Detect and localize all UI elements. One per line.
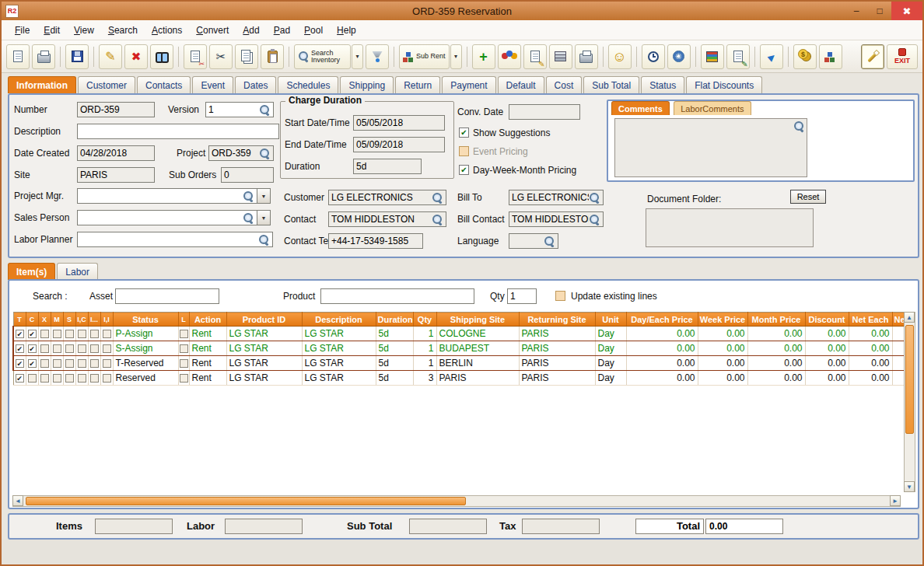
- tab[interactable]: Information: [8, 76, 76, 93]
- money-button[interactable]: $: [793, 44, 817, 69]
- col-header-unit[interactable]: Unit: [595, 313, 626, 327]
- row-checkbox[interactable]: [65, 330, 74, 338]
- row-checkbox[interactable]: [90, 330, 99, 338]
- col-header-duration[interactable]: Duration: [376, 313, 413, 327]
- row-checkbox[interactable]: [40, 344, 49, 353]
- menu-item[interactable]: View: [67, 22, 101, 39]
- labor-planner-field[interactable]: [77, 232, 273, 247]
- menu-item[interactable]: Pool: [297, 22, 330, 39]
- project-mgr-search-icon[interactable]: [243, 190, 254, 202]
- asset-input[interactable]: [115, 288, 219, 304]
- contact-tel-field[interactable]: +44-17-5349-1585: [328, 233, 423, 249]
- grid-row[interactable]: ✔ ✔ T-Reserved Rent LG STAR LG STAR 5: [13, 356, 905, 371]
- col-header-net-each[interactable]: Net Each: [849, 313, 892, 327]
- bill-to-search-icon[interactable]: [589, 192, 600, 204]
- col-header-status[interactable]: Status: [113, 313, 178, 327]
- menu-item[interactable]: Search: [101, 22, 145, 39]
- row-checkbox[interactable]: [78, 374, 86, 383]
- paste-button[interactable]: [261, 44, 284, 69]
- number-field[interactable]: ORD-359: [77, 102, 155, 117]
- document-folder-area[interactable]: [646, 208, 814, 247]
- close-button[interactable]: ✖: [891, 2, 922, 20]
- pool-button[interactable]: [498, 44, 521, 69]
- col-header[interactable]: M: [51, 313, 63, 327]
- comments-textarea[interactable]: [614, 118, 807, 177]
- cut-button[interactable]: ✂: [209, 44, 233, 69]
- update-lines-checkbox[interactable]: [555, 291, 565, 301]
- tab-comments[interactable]: Comments: [611, 101, 670, 115]
- row-checkbox[interactable]: [180, 344, 188, 353]
- sales-person-dropdown[interactable]: ▼: [257, 210, 271, 225]
- menu-item[interactable]: Pad: [267, 22, 297, 39]
- language-field[interactable]: [509, 233, 558, 249]
- print-button[interactable]: [32, 44, 55, 69]
- col-header-qty[interactable]: Qty: [413, 313, 436, 327]
- minimize-button[interactable]: –: [845, 2, 868, 20]
- start-date-field[interactable]: 05/05/2018: [353, 115, 445, 131]
- duration-field[interactable]: 5d: [353, 159, 422, 174]
- menu-item[interactable]: Convert: [189, 22, 236, 39]
- row-checkbox[interactable]: [103, 344, 111, 353]
- col-header[interactable]: X: [38, 313, 51, 327]
- search-inventory-dropdown[interactable]: ▾: [352, 44, 363, 69]
- row-checkbox[interactable]: [53, 330, 61, 338]
- menu-item[interactable]: File: [8, 22, 37, 39]
- row-checkbox[interactable]: [90, 344, 99, 353]
- product-input[interactable]: [320, 288, 474, 304]
- version-field[interactable]: 1: [205, 102, 274, 117]
- smiley-button[interactable]: ☺: [608, 44, 632, 69]
- labor-planner-search-icon[interactable]: [258, 234, 270, 246]
- stack-button[interactable]: [549, 44, 572, 69]
- row-checkbox[interactable]: [40, 374, 49, 383]
- row-checkbox[interactable]: [90, 374, 99, 383]
- row-checkbox[interactable]: [78, 359, 86, 368]
- bill-contact-search-icon[interactable]: [589, 214, 600, 225]
- col-header-action[interactable]: Action: [189, 313, 226, 327]
- row-checkbox[interactable]: [28, 374, 37, 383]
- row-checkbox[interactable]: [65, 359, 74, 368]
- row-checkbox[interactable]: ✔: [28, 330, 37, 338]
- row-checkbox[interactable]: [65, 374, 74, 383]
- grid-row[interactable]: ✔ ✔ P-Assign Rent LG STAR LG STAR 5d: [13, 327, 905, 341]
- new-order-button[interactable]: [6, 44, 30, 69]
- row-checkbox[interactable]: ✔: [16, 330, 24, 338]
- sales-person-search-icon[interactable]: [243, 212, 254, 224]
- row-checkbox[interactable]: [180, 359, 188, 368]
- row-checkbox[interactable]: [180, 330, 188, 338]
- tab[interactable]: Status: [641, 76, 684, 93]
- tab[interactable]: Dates: [235, 76, 276, 93]
- col-header[interactable]: L: [178, 313, 189, 327]
- tab[interactable]: Cost: [546, 76, 583, 93]
- cut-order-button[interactable]: ✂: [184, 44, 207, 69]
- dwm-pricing-checkbox[interactable]: ✔: [459, 165, 469, 175]
- col-header[interactable]: S: [63, 313, 75, 327]
- menu-item[interactable]: Actions: [145, 22, 189, 39]
- scroll-up-button[interactable]: ▲: [904, 312, 915, 323]
- vertical-scroll-thumb[interactable]: [905, 325, 914, 434]
- col-header-week-price[interactable]: Week Price: [698, 313, 747, 327]
- books-button[interactable]: [701, 44, 724, 69]
- customer-field[interactable]: LG ELECTRONICS: [328, 190, 446, 205]
- event-pricing-checkbox[interactable]: [459, 146, 469, 156]
- project-mgr-dropdown[interactable]: ▼: [257, 188, 271, 204]
- comments-search-icon[interactable]: [793, 121, 805, 132]
- menu-item[interactable]: Edit: [37, 22, 67, 39]
- row-checkbox[interactable]: [90, 359, 99, 368]
- tab[interactable]: Shipping: [340, 76, 394, 93]
- contact-field[interactable]: TOM HIDDLESTON: [328, 211, 446, 227]
- clock-button[interactable]: [642, 44, 665, 69]
- date-created-field[interactable]: 04/28/2018: [77, 145, 155, 161]
- site-field[interactable]: PARIS: [77, 167, 155, 183]
- menu-item[interactable]: Add: [236, 22, 266, 39]
- col-header-returning-site[interactable]: Returning Site: [519, 313, 595, 327]
- col-header-month-price[interactable]: Month Price: [747, 313, 805, 327]
- horizontal-scroll-thumb[interactable]: [26, 497, 466, 505]
- contact-search-icon[interactable]: [432, 214, 443, 225]
- bill-contact-field[interactable]: TOM HIDDLESTON: [509, 211, 604, 227]
- tab[interactable]: Flat Discounts: [686, 76, 762, 93]
- tab[interactable]: Contacts: [137, 76, 191, 93]
- tab[interactable]: Default: [498, 76, 544, 93]
- pour-button[interactable]: [366, 44, 389, 69]
- row-checkbox[interactable]: [180, 374, 188, 383]
- col-header-day-price[interactable]: Day/Each Price: [626, 313, 698, 327]
